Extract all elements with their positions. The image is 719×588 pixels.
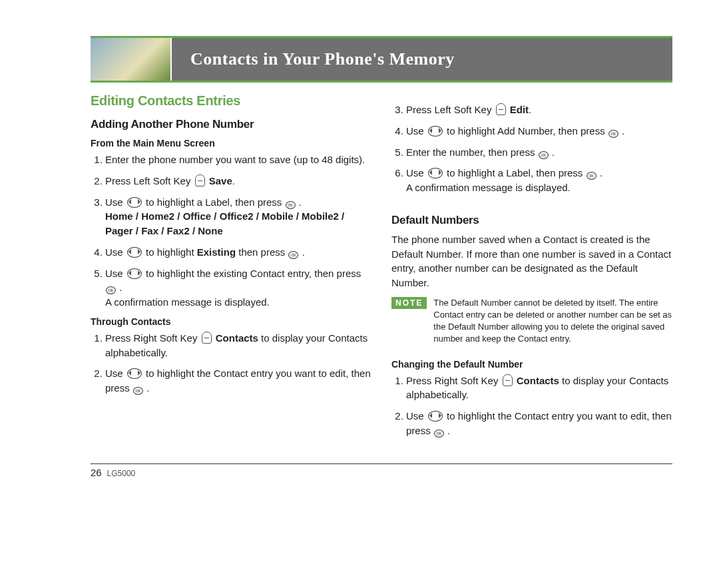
softkey-icon [503,374,513,386]
step-4: Use to highlight Add Number, then press … [406,124,672,139]
banner-grey-bar: Contacts in Your Phone's Memory [172,38,672,81]
section-title: Editing Contacts Entries [91,93,371,109]
page-number: 26 [91,467,102,478]
step-1: Enter the phone number you want to save … [105,152,371,167]
page-footer: 26 LG5000 [91,467,672,478]
ok-icon [608,130,618,138]
subheading-adding: Adding Another Phone Number [91,118,371,131]
note-text: The Default Number cannot be deleted by … [433,297,672,346]
step-2: Use to highlight the Contact entry you w… [105,366,371,396]
softkey-icon [202,332,212,344]
step-5: Enter the number, then press . [406,145,672,160]
page-title: Contacts in Your Phone's Memory [190,49,455,69]
steps-changing-default: Press Right Soft Key Contacts to display… [391,374,672,438]
steps-from-main: Enter the phone number you want to save … [91,152,371,310]
nav-icon [428,411,443,422]
default-numbers-para: The phone number saved when a Contact is… [391,232,672,290]
confirm-msg: A confirmation message is displayed. [105,295,371,310]
banner-rule-bottom [91,81,672,83]
ok-icon [288,251,298,259]
step-6: Use to highlight a Label, then press . A… [406,166,672,195]
step-2: Press Left Soft Key Save. [105,174,371,188]
nav-icon [127,247,142,258]
ok-icon [434,430,444,438]
subheading-default-numbers: Default Numbers [391,214,672,227]
softkey-icon [496,103,506,115]
step-1: Press Right Soft Key Contacts to display… [105,331,371,360]
footer-rule [91,463,672,464]
steps-through-contacts: Press Right Soft Key Contacts to display… [91,331,371,396]
note-block: NOTE The Default Number cannot be delete… [391,297,672,346]
step-2: Use to highlight the Contact entry you w… [406,409,672,438]
softkey-icon [195,174,205,186]
ok-icon [133,387,143,395]
steps-continued: Press Left Soft Key Edit. Use to highlig… [391,103,672,195]
subsub-through-contacts: Through Contacts [91,316,371,327]
step-5: Use to highlight the existing Contact en… [105,266,371,310]
ok-icon [286,201,296,209]
nav-icon [428,168,443,178]
nav-icon [127,368,142,379]
ok-icon [587,172,597,180]
ok-icon [539,151,549,159]
right-column: Press Left Soft Key Edit. Use to highlig… [391,91,672,445]
step-1: Press Right Soft Key Contacts to display… [406,374,672,403]
step-3: Press Left Soft Key Edit. [406,103,672,117]
subsub-from-main: From the Main Menu Screen [91,138,371,148]
nav-icon [127,268,142,279]
nav-icon [428,126,443,137]
header-banner: Contacts in Your Phone's Memory [47,36,672,83]
step-3: Use to highlight a Label, then press . H… [105,195,371,238]
model-label: LG5000 [107,469,136,478]
confirm-msg: A confirmation message is displayed. [406,180,672,195]
subsub-changing-default: Changing the Default Number [391,359,672,370]
note-label: NOTE [391,297,427,309]
nav-icon [127,197,142,208]
ok-icon [106,286,116,294]
step-4: Use to highlight Existing then press . [105,245,371,260]
label-options: Home / Home2 / Office / Office2 / Mobile… [105,209,371,238]
banner-image [91,38,172,81]
left-column: Editing Contacts Entries Adding Another … [91,91,371,445]
